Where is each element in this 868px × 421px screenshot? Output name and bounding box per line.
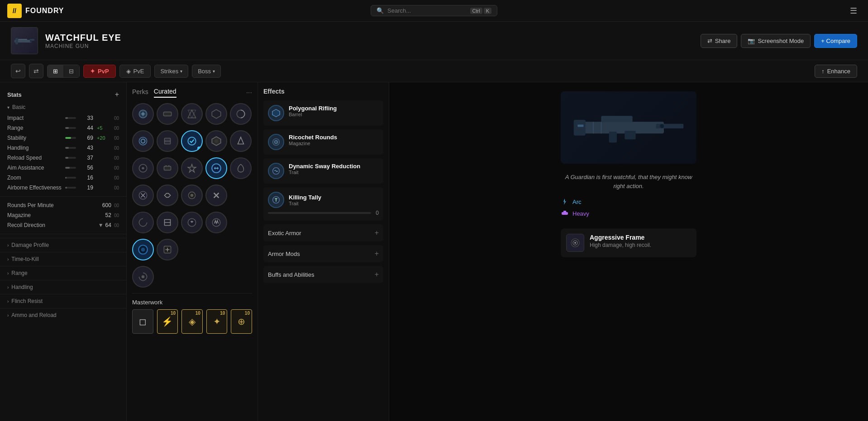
nav-menu[interactable]: ☰: [846, 4, 861, 18]
svg-marker-29: [272, 109, 280, 117]
perk-trait1-4-selected[interactable]: [205, 157, 227, 179]
perk-4-4[interactable]: [205, 184, 227, 206]
ammo-reload-section[interactable]: › Ammo and Reload: [0, 308, 126, 322]
mw-empty-icon: ◻: [139, 316, 147, 327]
perk-4-2[interactable]: [157, 184, 178, 206]
stat-recoil-dots: 00: [114, 223, 119, 228]
frame-icon: [566, 234, 584, 252]
boss-button[interactable]: Boss ▾: [192, 65, 221, 78]
perk-trait1-5[interactable]: [230, 157, 252, 179]
effect-killing-tally: Killing Tally Trait 0: [263, 187, 383, 221]
frame-description: High damage, high recoil.: [590, 242, 651, 248]
stats-section-basic[interactable]: ▾ Basic: [0, 101, 126, 113]
exotic-armor-row[interactable]: Exotic Armor +: [263, 224, 383, 241]
exotic-armor-expand-icon: +: [375, 229, 379, 237]
stat-impact: Impact 33 00: [0, 113, 126, 123]
perk-trait1-3[interactable]: [181, 157, 203, 179]
compare-button[interactable]: + Compare: [814, 34, 857, 48]
perk-barrel-1[interactable]: [132, 103, 154, 125]
perk-6-1-selected[interactable]: [132, 239, 154, 260]
stat-rpm-label: Rounds Per Minute: [7, 202, 102, 208]
stat-impact-dots: 00: [114, 116, 119, 121]
perk-barrel-4[interactable]: [205, 103, 227, 125]
stat-handling: Handling 43 00: [0, 143, 126, 153]
stat-range-label: Range: [7, 125, 62, 131]
perk-grid-row-2: [132, 130, 252, 152]
perk-4-1[interactable]: [132, 184, 154, 206]
armor-mods-row[interactable]: Armor Mods +: [263, 245, 383, 262]
strikes-button[interactable]: Strikes ▾: [154, 65, 188, 78]
stat-handling-label: Handling: [7, 145, 62, 151]
armor-mods-label: Armor Mods: [268, 251, 300, 257]
perk-5-1[interactable]: [132, 212, 154, 233]
weapon-display: [561, 91, 696, 164]
perks-more-options[interactable]: ···: [246, 89, 252, 97]
svg-point-26: [141, 248, 145, 252]
mw-slot-empty[interactable]: ◻: [132, 309, 153, 334]
perk-6-2[interactable]: [157, 239, 178, 260]
screenshot-button[interactable]: 📷 Screenshot Mode: [741, 34, 811, 48]
masterwork-icons: ◻ ⚡ 10 ◈ 10 ✦ 10 ⊕ 10: [132, 309, 252, 334]
mw-slot-1[interactable]: ⚡ 10: [157, 309, 178, 334]
undo-button[interactable]: ↩: [11, 64, 25, 78]
share-button[interactable]: ⇄ Share: [701, 34, 738, 48]
strikes-chevron: ▾: [180, 69, 182, 74]
svg-point-32: [275, 141, 277, 143]
tab-perks[interactable]: Perks: [132, 88, 148, 97]
perk-barrel-3[interactable]: [181, 103, 203, 125]
search-bar[interactable]: 🔍 Ctrl K: [371, 5, 497, 16]
range-section[interactable]: › Range: [0, 266, 126, 280]
weapon-info: WATCHFUL EYE MACHINE GUN: [45, 33, 121, 49]
pvp-button[interactable]: ✦ PvP: [83, 65, 116, 78]
killing-tally-type: Trait: [289, 201, 379, 206]
perk-5-2[interactable]: [157, 212, 178, 233]
damage-profile-section[interactable]: › Damage Profile: [0, 238, 126, 252]
mw-slot-2[interactable]: ◈ 10: [181, 309, 203, 334]
recoil-arrow-icon: ▼: [98, 222, 104, 228]
exotic-armor-label: Exotic Armor: [268, 230, 301, 237]
stat-zoom-value: 16: [80, 175, 93, 181]
perk-trait1-2[interactable]: [157, 157, 178, 179]
enhance-button[interactable]: ↑ Enhance: [815, 65, 857, 78]
perk-mag-3-selected[interactable]: [181, 130, 203, 152]
svg-rect-37: [574, 120, 586, 136]
perk-4-3[interactable]: [181, 184, 203, 206]
list-view-button[interactable]: ⊟: [63, 65, 79, 77]
perk-7-1[interactable]: [132, 266, 154, 288]
handling-section[interactable]: › Handling: [0, 280, 126, 294]
mw-4-level: 10: [245, 311, 250, 316]
perk-5-4[interactable]: [205, 212, 227, 233]
perk-selected-dot: [197, 147, 201, 150]
mw-slot-3[interactable]: ✦ 10: [206, 309, 228, 334]
svg-rect-44: [577, 124, 583, 127]
mw-slot-4[interactable]: ⊕ 10: [231, 309, 252, 334]
pve-button[interactable]: ◈ PvE: [119, 65, 151, 78]
redo-button[interactable]: ⇄: [29, 64, 43, 78]
perk-barrel-2[interactable]: [157, 103, 178, 125]
menu-icon[interactable]: ☰: [846, 4, 861, 18]
time-to-kill-section[interactable]: › Time-to-Kill: [0, 252, 126, 266]
perk-barrel-5[interactable]: [230, 103, 252, 125]
perk-mag-1[interactable]: [132, 130, 154, 152]
perk-mag-4[interactable]: [205, 130, 227, 152]
flinch-resist-section[interactable]: › Flinch Resist: [0, 294, 126, 308]
perk-mag-2[interactable]: [157, 130, 178, 152]
svg-rect-46: [563, 211, 566, 213]
tab-curated[interactable]: Curated: [154, 88, 176, 98]
grid-view-button[interactable]: ⊞: [48, 65, 63, 77]
killing-tally-slider[interactable]: [268, 212, 371, 214]
view-mode-toggle[interactable]: ⊞ ⊟: [47, 65, 80, 78]
header-actions: ⇄ Share 📷 Screenshot Mode + Compare: [701, 34, 857, 48]
search-input[interactable]: [387, 7, 467, 14]
dynamic-sway-name: Dynamic Sway Reduction: [289, 163, 379, 170]
perk-5-3[interactable]: [181, 212, 203, 233]
enhance-label: Enhance: [827, 68, 850, 75]
stats-panel: Stats + ▾ Basic Impact 33 00 Range 44 +5…: [0, 82, 127, 421]
perk-mag-5[interactable]: [230, 130, 252, 152]
stats-add-button[interactable]: +: [115, 90, 119, 99]
svg-point-22: [191, 194, 194, 197]
perk-trait1-1[interactable]: [132, 157, 154, 179]
collapsible-separator: [0, 234, 126, 234]
mw-3-icon: ✦: [213, 316, 221, 327]
buffs-abilities-row[interactable]: Buffs and Abilities +: [263, 266, 383, 283]
